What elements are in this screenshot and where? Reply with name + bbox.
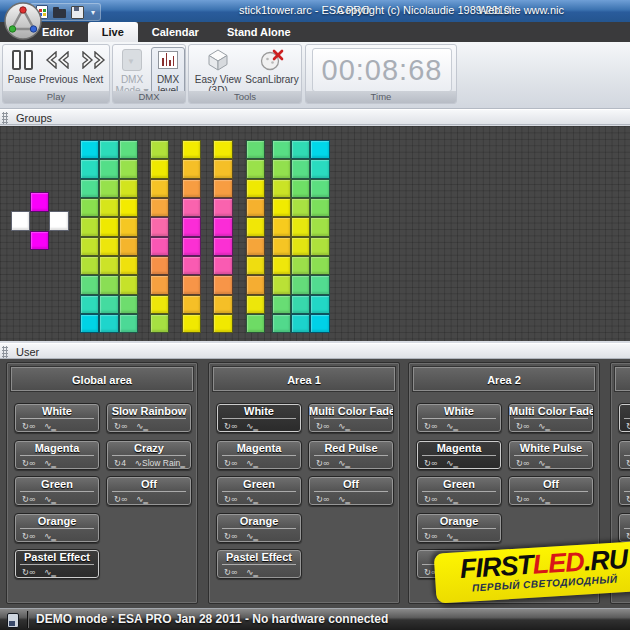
- preset-button-white[interactable]: White↻∞∿‗: [14, 403, 100, 433]
- grid-cell: [119, 198, 138, 217]
- preset-button-magenta[interactable]: Magenta↻∞∿‗: [14, 440, 100, 470]
- grid-cell: [119, 256, 138, 275]
- grid-cell: [213, 237, 232, 256]
- preset-loop-fade-info: ↻∞∿‗: [15, 531, 99, 541]
- fade-value: ‗: [453, 531, 458, 541]
- fade-value: ‗: [51, 531, 56, 541]
- grid-cell: [291, 256, 310, 275]
- loop-count: ∞: [323, 458, 329, 468]
- grid-cell: [119, 159, 138, 178]
- preset-button-white[interactable]: White↻∞∿‗: [216, 403, 302, 433]
- preset-label: [619, 405, 630, 417]
- preset-button-red-pulse[interactable]: Red Pulse↻∞∿‗: [308, 440, 394, 470]
- loop-count: ∞: [431, 531, 437, 541]
- previous-label: Previous: [39, 74, 78, 85]
- time-display: 00:08:68: [312, 48, 452, 92]
- grid-cell: [246, 159, 265, 178]
- grid-cell: [49, 211, 68, 230]
- easy-view-button[interactable]: Easy View (3D): [191, 48, 245, 96]
- preset-button-orange[interactable]: Orange↻∞∿‗: [14, 513, 100, 543]
- loop-count: ∞: [231, 567, 237, 577]
- preset-button-unlabeled[interactable]: ↻∞∿‗: [618, 476, 630, 506]
- customize-dropdown-icon[interactable]: ▾: [91, 8, 95, 17]
- preset-button-white[interactable]: White↻∞∿‗: [416, 403, 502, 433]
- preset-button-pastel-effect[interactable]: Pastel Effect↻∞∿‗: [216, 549, 302, 579]
- groups-grid[interactable]: [0, 126, 630, 341]
- preset-button-magenta[interactable]: Magenta↻∞∿‗: [416, 440, 502, 470]
- area-column-area-1: Area 1White↻∞∿‗Multi Color Fade↻∞∿‗Magen…: [208, 362, 400, 604]
- preset-underline: [624, 418, 630, 419]
- dmx-mode-icon: [115, 48, 149, 72]
- previous-button[interactable]: Previous: [39, 48, 77, 85]
- preset-button-crazy[interactable]: Crazy↻4∿Slow Rain‗: [106, 440, 192, 470]
- grid-cell: [310, 198, 329, 217]
- preset-button-green[interactable]: Green↻∞∿‗: [216, 476, 302, 506]
- grid-cell: [182, 198, 201, 217]
- loop-count: ∞: [523, 458, 529, 468]
- grid-cell: [150, 198, 169, 217]
- tab-calendar[interactable]: Calendar: [138, 22, 213, 42]
- preset-button-slow-rainbow[interactable]: Slow Rainbow↻∞∿‗: [106, 403, 192, 433]
- preset-button-orange[interactable]: Orange↻∞∿‗: [416, 513, 502, 543]
- loop-count: ∞: [231, 531, 237, 541]
- fade-value: ‗: [253, 458, 258, 468]
- dmx-mode-button[interactable]: DMX Mode ▾: [115, 48, 149, 96]
- loop-icon: ↻: [626, 421, 630, 431]
- fade-value: ‗: [345, 494, 350, 504]
- preset-button-unlabeled[interactable]: ↻∞∿‗: [618, 440, 630, 470]
- save-icon[interactable]: [71, 6, 84, 19]
- preset-loop-fade-info: ↻∞∿‗: [417, 421, 501, 431]
- loop-count: ∞: [231, 421, 237, 431]
- scanlibrary-icon: [243, 48, 301, 72]
- status-message: DEMO mode : ESA PRO Jan 28 2011 - No har…: [36, 609, 388, 630]
- preset-button-unlabeled[interactable]: ↻∞∿‗: [618, 403, 630, 433]
- grid-cell: [119, 237, 138, 256]
- preset-underline: [222, 491, 296, 492]
- preset-button-multi-color-fade[interactable]: Multi Color Fade↻∞∿‗: [308, 403, 394, 433]
- grid-cell: [246, 275, 265, 294]
- tab-live[interactable]: Live: [88, 22, 138, 42]
- preset-loop-fade-info: ↻∞∿‗: [309, 494, 393, 504]
- preset-button-unlabeled[interactable]: ↻∞∿‗: [618, 513, 630, 543]
- grid-cell: [213, 198, 232, 217]
- preset-button-multi-color-fade[interactable]: Multi Color Fade↻∞∿‗: [508, 403, 594, 433]
- fade-value: ‗: [453, 458, 458, 468]
- preset-button-off[interactable]: Off↻∞∿‗: [106, 476, 192, 506]
- user-panel-header: User: [0, 343, 630, 359]
- preset-underline: [20, 564, 94, 565]
- grid-cell: [80, 275, 99, 294]
- fade-value: ‗: [253, 531, 258, 541]
- grid-cell: [80, 140, 99, 159]
- next-button[interactable]: Next: [77, 48, 109, 85]
- preset-button-orange[interactable]: Orange↻∞∿‗: [216, 513, 302, 543]
- preset-button-green[interactable]: Green↻∞∿‗: [14, 476, 100, 506]
- preset-loop-fade-info: ↻∞∿‗: [509, 494, 593, 504]
- preset-button-pastel-effect[interactable]: Pastel Effect↻∞∿‗: [14, 549, 100, 579]
- grid-cell: [119, 140, 138, 159]
- open-folder-icon[interactable]: [53, 9, 66, 18]
- tab-stand-alone[interactable]: Stand Alone: [213, 22, 305, 42]
- grid-cell: [182, 140, 201, 159]
- preset-button-off[interactable]: Off↻∞∿‗: [308, 476, 394, 506]
- fade-value: ‗: [253, 421, 258, 431]
- grid-cell: [30, 231, 49, 250]
- grid-cell: [291, 237, 310, 256]
- loop-icon: ↻: [626, 531, 630, 541]
- grid-cell: [150, 314, 169, 333]
- preset-button-green[interactable]: Green↻∞∿‗: [416, 476, 502, 506]
- pause-button[interactable]: Pause: [5, 48, 39, 85]
- grid-cell: [291, 295, 310, 314]
- panel-grip-icon[interactable]: [2, 346, 8, 358]
- fade-value: ‗: [51, 458, 56, 468]
- preset-button-white-pulse[interactable]: White Pulse↻∞∿‗: [508, 440, 594, 470]
- grid-cell: [150, 179, 169, 198]
- grid-cell: [291, 159, 310, 178]
- scanlibrary-button[interactable]: ScanLibrary: [243, 48, 301, 85]
- preset-button-off[interactable]: Off↻∞∿‗: [508, 476, 594, 506]
- app-logo-icon[interactable]: [3, 1, 43, 45]
- grid-cell: [291, 314, 310, 333]
- panel-grip-icon[interactable]: [2, 112, 8, 124]
- scanlibrary-label: ScanLibrary: [245, 74, 298, 85]
- preset-button-magenta[interactable]: Magenta↻∞∿‗: [216, 440, 302, 470]
- fade-value: ‗: [453, 421, 458, 431]
